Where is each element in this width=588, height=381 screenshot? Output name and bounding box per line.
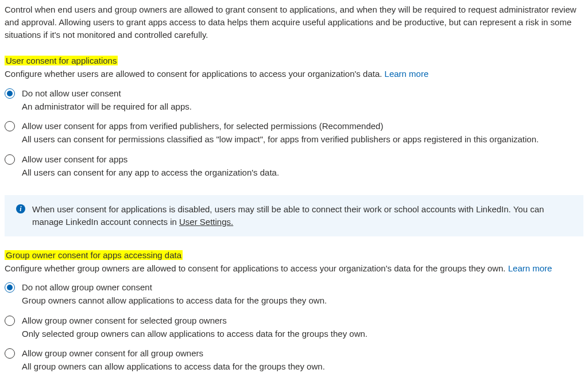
info-icon: i xyxy=(16,204,25,213)
intro-text: Control when end users and group owners … xyxy=(5,3,579,41)
option-body: Do not allow group owner consent Group o… xyxy=(22,281,583,307)
option-desc: Only selected group owners can allow app… xyxy=(22,328,583,340)
option-label: Allow group owner consent for all group … xyxy=(22,347,583,360)
radio-icon[interactable] xyxy=(5,121,15,131)
section-user-consent-subtext-text: Configure whether users are allowed to c… xyxy=(5,69,385,79)
option-do-not-allow-user[interactable]: Do not allow user consent An administrat… xyxy=(5,84,583,117)
section-group-owner-consent: Group owner consent for apps accessing d… xyxy=(5,249,583,377)
option-desc: All users can consent for any app to acc… xyxy=(22,166,583,179)
option-desc: An administrator will be required for al… xyxy=(22,100,583,113)
option-label: Allow user consent for apps from verifie… xyxy=(22,120,583,133)
option-label: Allow user consent for apps xyxy=(22,153,583,166)
option-body: Allow group owner consent for selected g… xyxy=(22,314,583,340)
section-group-owner-heading: Group owner consent for apps accessing d… xyxy=(5,250,183,260)
radio-icon[interactable] xyxy=(5,154,15,165)
radio-icon[interactable] xyxy=(5,316,15,326)
option-body: Do not allow user consent An administrat… xyxy=(22,87,583,113)
learn-more-link-group[interactable]: Learn more xyxy=(508,263,552,273)
radio-icon[interactable] xyxy=(5,348,15,359)
learn-more-link-user[interactable]: Learn more xyxy=(385,69,429,79)
option-body: Allow user consent for apps All users ca… xyxy=(22,153,583,179)
user-settings-link[interactable]: User Settings. xyxy=(179,217,233,227)
section-group-owner-subtext-text: Configure whether group owners are allow… xyxy=(5,263,508,273)
section-user-consent-heading: User consent for applications xyxy=(5,56,118,65)
option-do-not-allow-group[interactable]: Do not allow group owner consent Group o… xyxy=(5,278,583,311)
option-all-group-owners[interactable]: Allow group owner consent for all group … xyxy=(5,344,583,377)
option-allow-user-consent[interactable]: Allow user consent for apps All users ca… xyxy=(5,150,583,183)
option-label: Do not allow group owner consent xyxy=(22,281,583,294)
info-text: When user consent for applications is di… xyxy=(32,203,574,228)
section-user-consent: User consent for applications Configure … xyxy=(5,55,583,182)
option-selected-group-owners[interactable]: Allow group owner consent for selected g… xyxy=(5,311,583,344)
option-body: Allow group owner consent for all group … xyxy=(22,347,583,373)
option-label: Allow group owner consent for selected g… xyxy=(22,314,583,327)
section-user-consent-subtext: Configure whether users are allowed to c… xyxy=(5,68,583,80)
section-group-owner-subtext: Configure whether group owners are allow… xyxy=(5,262,583,275)
info-banner: i When user consent for applications is … xyxy=(5,195,583,236)
radio-icon[interactable] xyxy=(5,88,15,99)
user-consent-options: Do not allow user consent An administrat… xyxy=(5,84,583,183)
option-label: Do not allow user consent xyxy=(22,87,583,100)
option-desc: All group owners can allow applications … xyxy=(22,360,583,373)
option-body: Allow user consent for apps from verifie… xyxy=(22,120,583,146)
info-text-before: When user consent for applications is di… xyxy=(32,204,544,227)
radio-icon[interactable] xyxy=(5,282,15,293)
group-owner-options: Do not allow group owner consent Group o… xyxy=(5,278,583,377)
option-desc: All users can consent for permissions cl… xyxy=(22,133,583,146)
option-desc: Group owners cannot allow applications t… xyxy=(22,294,583,307)
option-verified-publishers[interactable]: Allow user consent for apps from verifie… xyxy=(5,116,583,150)
